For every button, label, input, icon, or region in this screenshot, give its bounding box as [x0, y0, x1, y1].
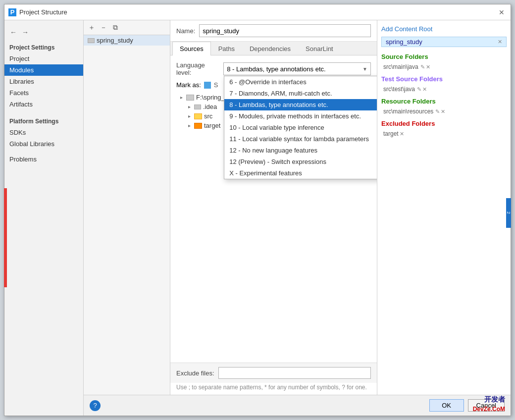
module-pane: ＋ － ⧉ spring_study — [84, 20, 170, 395]
source-folders-title: Source Folders — [381, 53, 507, 60]
excluded-folders-title: Excluded Folders — [381, 120, 507, 127]
sidebar-item-modules[interactable]: Modules — [4, 64, 83, 76]
app-icon: P — [8, 8, 16, 16]
language-select[interactable]: 8 - Lambdas, type annotations etc. ▼ 6 -… — [223, 62, 371, 75]
name-label: Name: — [176, 27, 195, 35]
excluded-path-label: target — [383, 130, 399, 137]
back-button[interactable]: ← — [8, 27, 18, 37]
resource-path-item: src\main\resources ✎ ✕ — [381, 107, 507, 116]
window-title: Project Structure — [19, 8, 497, 16]
dropdown-item-12[interactable]: 12 - No new language features — [224, 145, 377, 156]
excluded-folders-section: Excluded Folders target ✕ — [381, 120, 507, 138]
sidebar-item-artifacts[interactable]: Artifacts — [4, 99, 83, 110]
resource-folders-title: Resource Folders — [381, 98, 507, 105]
add-content-root-button[interactable]: Add Content Root — [381, 25, 507, 33]
title-bar: P Project Structure ✕ — [4, 4, 511, 20]
dropdown-item-9[interactable]: 9 - Modules, private methods in interfac… — [224, 110, 377, 122]
module-item-spring-study[interactable]: spring_study — [84, 35, 170, 46]
main-panel: ＋ － ⧉ spring_study Name: — [84, 20, 511, 416]
help-button[interactable]: ? — [90, 400, 101, 411]
module-tag: spring_study ✕ — [381, 37, 507, 47]
module-list: spring_study — [84, 35, 170, 395]
forward-button[interactable]: → — [20, 27, 30, 37]
sources-content: Language level: 8 - Lambdas, type annota… — [170, 55, 377, 363]
source-path-edit-icon[interactable]: ✎ — [420, 64, 425, 70]
sidebar-item-project[interactable]: Project — [4, 53, 83, 64]
test-source-path-delete-icon[interactable]: ✕ — [422, 86, 427, 93]
blue-right-accent: 2 — [506, 198, 511, 228]
exclude-input[interactable] — [218, 367, 371, 379]
ok-button[interactable]: OK — [429, 399, 464, 412]
idea-folder-icon — [194, 105, 201, 109]
detail-pane: Name: Sources Paths Dependencies SonarLi… — [170, 20, 377, 395]
watermark: 开发者DevZe.CoM — [473, 395, 505, 414]
dropdown-item-8[interactable]: 8 - Lambdas, type annotations etc. — [224, 99, 377, 110]
dropdown-item-12-preview[interactable]: 12 (Preview) - Switch expressions — [224, 156, 377, 167]
mark-as-source-text: S — [214, 81, 218, 89]
sidebar-divider-2 — [4, 150, 83, 154]
red-accent-bar — [4, 188, 7, 287]
language-level-label: Language level: — [176, 61, 218, 76]
target-folder-icon — [194, 123, 202, 129]
tabs-row: Sources Paths Dependencies SonarLint — [170, 42, 377, 55]
add-module-button[interactable]: ＋ — [87, 23, 97, 33]
module-tag-label: spring_study — [386, 38, 422, 46]
platform-settings-header: Platform Settings — [4, 114, 83, 127]
sidebar-divider — [4, 110, 83, 114]
excluded-path-delete-icon[interactable]: ✕ — [400, 131, 404, 137]
tab-paths[interactable]: Paths — [211, 42, 242, 55]
test-source-path-item: src\test\java ✎ ✕ — [381, 85, 507, 94]
content-area: ← → Project Settings Project Modules Lib… — [4, 20, 511, 416]
resource-path-delete-icon[interactable]: ✕ — [441, 108, 445, 115]
tab-sonarlint[interactable]: SonarLint — [298, 42, 341, 55]
module-folder-icon — [88, 38, 95, 43]
source-path-delete-icon[interactable]: ✕ — [426, 64, 430, 70]
source-mark-icon — [204, 82, 211, 89]
test-source-path-edit-icon[interactable]: ✎ — [417, 86, 421, 93]
exclude-hint: Use ; to separate name patterns, * for a… — [170, 383, 377, 395]
remove-module-button[interactable]: － — [99, 23, 108, 33]
source-path-label: src\main\java — [383, 63, 418, 70]
resource-path-edit-icon[interactable]: ✎ — [435, 108, 440, 115]
sidebar-item-global-libraries[interactable]: Global Libraries — [4, 138, 83, 150]
right-panel: Add Content Root spring_study ✕ Source F… — [377, 20, 511, 395]
sidebar-item-sdks[interactable]: SDKs — [4, 127, 83, 138]
sidebar-item-libraries[interactable]: Libraries — [4, 76, 83, 87]
dropdown-item-7[interactable]: 7 - Diamonds, ARM, multi-catch etc. — [224, 88, 377, 99]
dropdown-item-11[interactable]: 11 - Local variable syntax for lambda pa… — [224, 133, 377, 145]
project-structure-window: P Project Structure ✕ ← → Project Settin… — [4, 4, 511, 416]
close-button[interactable]: ✕ — [497, 7, 507, 17]
bottom-left: ? — [90, 399, 425, 412]
resource-path-label: src\main\resources — [383, 108, 433, 115]
name-row: Name: — [170, 20, 377, 42]
resource-folders-section: Resource Folders src\main\resources ✎ ✕ — [381, 98, 507, 116]
tab-sources[interactable]: Sources — [172, 42, 211, 55]
source-folders-section: Source Folders src\main\java ✎ ✕ — [381, 53, 507, 71]
expand-src-icon: ▸ — [186, 113, 192, 119]
bottom-bar: ? OK Cancel — [84, 395, 511, 416]
expand-target-icon: ▸ — [186, 123, 192, 129]
language-dropdown: 6 - @Override in interfaces 7 - Diamonds… — [224, 76, 377, 179]
expand-idea-icon: ▸ — [186, 104, 192, 110]
sidebar-item-problems[interactable]: Problems — [4, 154, 83, 165]
module-tag-close-button[interactable]: ✕ — [498, 39, 502, 45]
exclude-row: Exclude files: — [170, 363, 377, 383]
test-source-folders-section: Test Source Folders src\test\java ✎ ✕ — [381, 75, 507, 94]
src-folder-icon — [194, 113, 202, 119]
sidebar-item-facets[interactable]: Facets — [4, 87, 83, 99]
root-folder-icon — [186, 95, 194, 101]
selected-language: 8 - Lambdas, type annotations etc. — [227, 65, 325, 73]
test-source-path-label: src\test\java — [383, 86, 415, 93]
sidebar: ← → Project Settings Project Modules Lib… — [4, 20, 84, 416]
idea-label: .idea — [203, 103, 217, 110]
tree-expand-icon: ▸ — [178, 95, 184, 101]
test-source-folders-title: Test Source Folders — [381, 75, 507, 83]
dropdown-item-6[interactable]: 6 - @Override in interfaces — [224, 76, 377, 88]
dropdown-item-10[interactable]: 10 - Local variable type inference — [224, 122, 377, 133]
name-input[interactable] — [199, 24, 371, 37]
dropdown-item-x[interactable]: X - Experimental features — [224, 167, 377, 179]
exclude-label: Exclude files: — [176, 369, 214, 377]
copy-module-button[interactable]: ⧉ — [110, 23, 120, 33]
sidebar-toolbar: ← → — [4, 24, 83, 40]
tab-dependencies[interactable]: Dependencies — [242, 42, 298, 55]
